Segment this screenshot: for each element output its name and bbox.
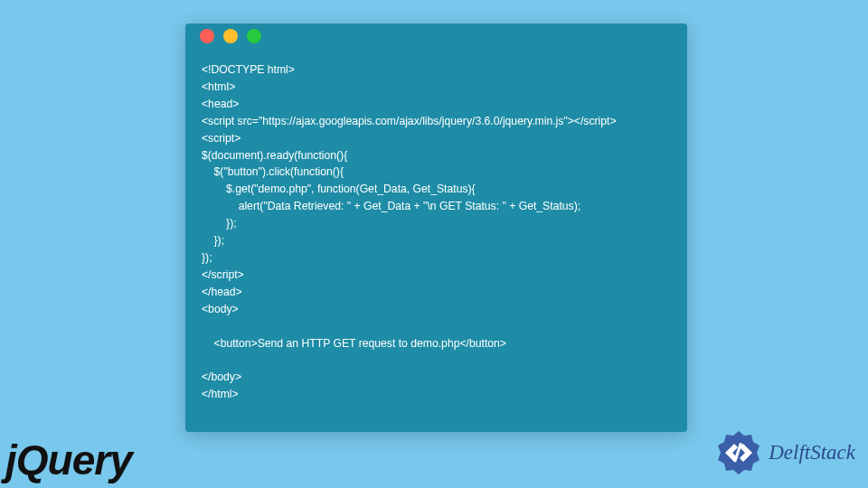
close-icon: [200, 29, 214, 43]
delftstack-badge-icon: [716, 430, 761, 475]
code-window: <!DOCTYPE html> <html> <head> <script sr…: [185, 23, 687, 432]
delftstack-logo-text: DelftStack: [769, 441, 855, 465]
minimize-icon: [223, 29, 238, 43]
jquery-logo: jQuery: [5, 436, 132, 484]
maximize-icon: [247, 29, 261, 43]
jquery-logo-text: jQuery: [5, 436, 132, 483]
window-titlebar: [185, 23, 687, 49]
delftstack-logo: DelftStack: [716, 430, 855, 475]
code-block: <!DOCTYPE html> <html> <head> <script sr…: [185, 49, 687, 419]
